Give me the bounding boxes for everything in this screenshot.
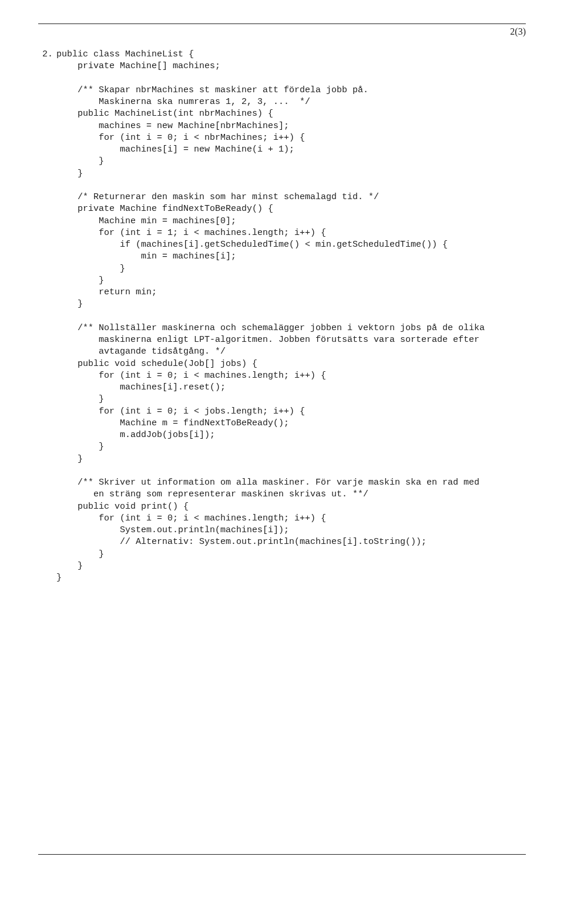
page-number: 2(3) — [38, 26, 526, 37]
code-body: public class MachineList { private Machi… — [53, 49, 526, 584]
header-rule — [38, 23, 526, 24]
problem-item: 2. public class MachineList { private Ma… — [38, 49, 526, 584]
page-container: 2(3) 2. public class MachineList { priva… — [0, 0, 564, 924]
item-number: 2. — [38, 49, 53, 61]
footer-rule — [38, 854, 526, 855]
code-block: public class MachineList { private Machi… — [56, 49, 526, 584]
